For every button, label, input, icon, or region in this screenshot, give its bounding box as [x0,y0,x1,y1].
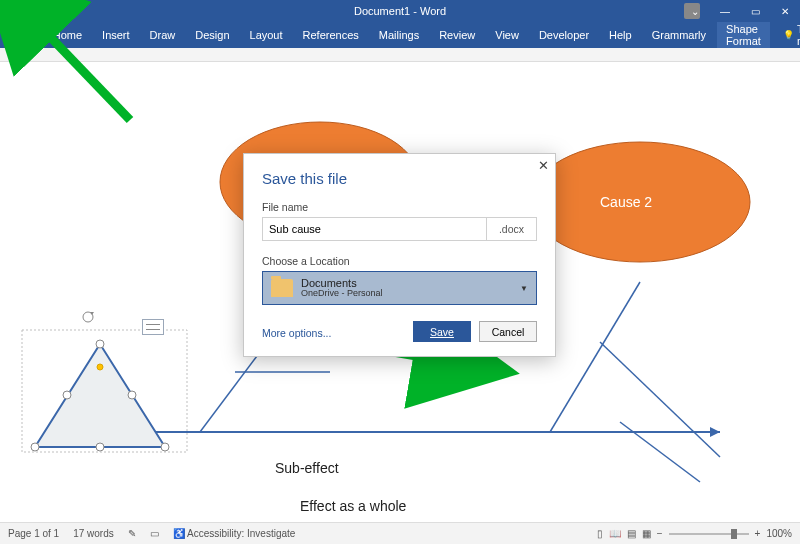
folder-icon [271,279,293,297]
tab-help[interactable]: Help [600,22,641,48]
tab-insert[interactable]: Insert [93,22,139,48]
ruler [0,48,800,62]
window-title: Document1 - Word [354,5,446,17]
svg-point-13 [161,443,169,451]
redo-icon[interactable]: ↻ [61,5,70,18]
minimize-icon[interactable]: — [710,0,740,22]
save-icon[interactable]: 💾 [8,5,22,18]
zoom-level[interactable]: 100% [766,528,792,539]
tab-developer[interactable]: Developer [530,22,598,48]
quick-access-toolbar: 💾 ↶ ▾ ↻ [0,5,70,18]
tell-me[interactable]: Tell me [774,22,800,48]
svg-point-14 [96,443,104,451]
svg-point-16 [128,391,136,399]
tab-file[interactable]: File [6,22,42,48]
location-sub: OneDrive - Personal [301,289,383,299]
spellcheck-icon[interactable]: ✎ [128,528,136,539]
svg-marker-3 [710,427,720,437]
save-dialog: ✕ Save this file File name .docx Choose … [243,153,556,357]
save-button[interactable]: Save [413,321,471,342]
title-bar: 💾 ↶ ▾ ↻ Document1 - Word ⌄ — ▭ ✕ [0,0,800,22]
ribbon-tabs: File Home Insert Draw Design Layout Refe… [0,22,800,48]
zoom-in-icon[interactable]: + [755,528,761,539]
tab-home[interactable]: Home [44,22,91,48]
read-mode-icon[interactable]: 📖 [609,528,621,539]
file-name-label: File name [262,201,537,213]
ribbon-options-icon[interactable]: ⌄ [680,0,710,22]
more-options-link[interactable]: More options... [262,327,331,339]
tab-shape-format[interactable]: Shape Format [717,22,770,48]
web-layout-icon[interactable]: ▦ [642,528,651,539]
file-name-row: .docx [262,217,537,241]
file-ext-dropdown[interactable]: .docx [486,218,536,240]
svg-point-11 [96,340,104,348]
tab-mailings[interactable]: Mailings [370,22,428,48]
sub-effect-label: Sub-effect [275,460,339,476]
tab-layout[interactable]: Layout [241,22,292,48]
tab-design[interactable]: Design [186,22,238,48]
tab-references[interactable]: References [294,22,368,48]
text-box-icon[interactable] [142,319,164,335]
svg-marker-10 [35,344,165,447]
focus-mode-icon[interactable]: ▯ [597,528,603,539]
close-icon[interactable]: ✕ [770,0,800,22]
zoom-out-icon[interactable]: − [657,528,663,539]
svg-point-15 [63,391,71,399]
location-label: Choose a Location [262,255,537,267]
tab-grammarly[interactable]: Grammarly [643,22,715,48]
display-settings-icon[interactable]: ▭ [150,528,159,539]
maximize-icon[interactable]: ▭ [740,0,770,22]
svg-point-17 [97,364,103,370]
page-indicator[interactable]: Page 1 of 1 [8,528,59,539]
tab-review[interactable]: Review [430,22,484,48]
svg-line-7 [600,342,720,457]
cause2-label: Cause 2 [600,194,652,210]
print-layout-icon[interactable]: ▤ [627,528,636,539]
dialog-close-icon[interactable]: ✕ [538,158,549,173]
tab-view[interactable]: View [486,22,528,48]
accessibility-status[interactable]: ♿ Accessibility: Investigate [173,528,296,539]
file-name-input[interactable] [263,218,486,240]
chevron-down-icon: ▼ [520,284,528,293]
effect-whole-label: Effect as a whole [300,498,406,514]
word-count[interactable]: 17 words [73,528,114,539]
location-dropdown[interactable]: Documents OneDrive - Personal ▼ [262,271,537,305]
status-bar: Page 1 of 1 17 words ✎ ▭ ♿ Accessibility… [0,522,800,544]
qat-dropdown-icon[interactable]: ▾ [47,5,53,18]
undo-icon[interactable]: ↶ [30,5,39,18]
zoom-slider[interactable] [669,533,749,535]
svg-line-6 [550,282,640,432]
dialog-title: Save this file [262,170,537,187]
tab-draw[interactable]: Draw [141,22,185,48]
cancel-button[interactable]: Cancel [479,321,537,342]
svg-point-12 [31,443,39,451]
window-controls: ⌄ — ▭ ✕ [680,0,800,22]
